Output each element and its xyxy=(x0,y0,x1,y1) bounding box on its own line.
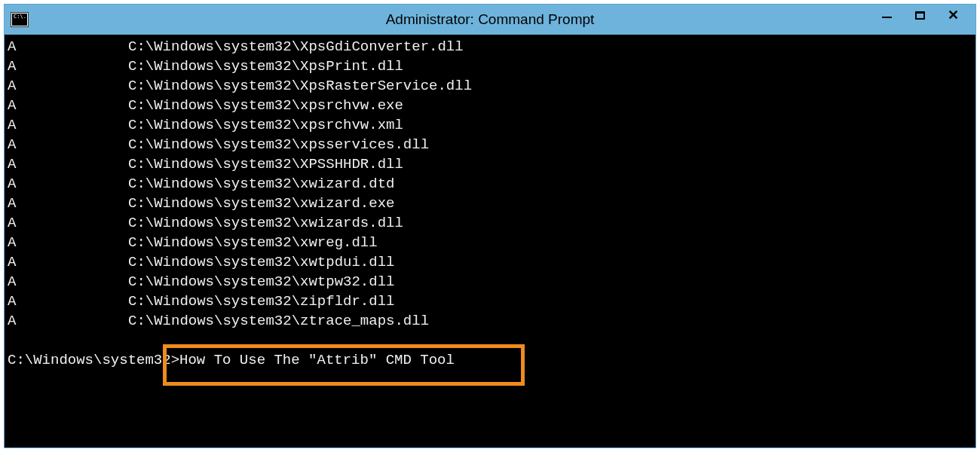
file-path: C:\Windows\system32\XpsRasterService.dll xyxy=(128,78,472,94)
file-attribute: A xyxy=(8,76,128,96)
output-line: AC:\Windows\system32\zipfldr.dll xyxy=(8,292,972,311)
file-attribute: A xyxy=(8,96,128,115)
output-line: AC:\Windows\system32\xwizards.dll xyxy=(8,213,972,233)
window-title: Administrator: Command Prompt xyxy=(386,11,595,28)
file-path: C:\Windows\system32\XpsGdiConverter.dll xyxy=(128,38,464,55)
output-line: AC:\Windows\system32\xpsservices.dll xyxy=(8,135,972,154)
output-line: AC:\Windows\system32\XPSSHHDR.dll xyxy=(8,154,972,174)
file-path: C:\Windows\system32\XPSSHHDR.dll xyxy=(128,156,403,173)
file-attribute: A xyxy=(8,174,128,194)
file-path: C:\Windows\system32\xwreg.dll xyxy=(128,234,378,251)
output-line: AC:\Windows\system32\xpsrchvw.xml xyxy=(8,115,972,135)
file-path: C:\Windows\system32\xwtpdui.dll xyxy=(128,254,394,270)
output-line: AC:\Windows\system32\xwtpdui.dll xyxy=(8,252,972,272)
file-attribute: A xyxy=(8,252,128,272)
maximize-button[interactable] xyxy=(912,8,927,23)
close-icon: ✕ xyxy=(948,8,959,22)
minimize-button[interactable] xyxy=(879,8,894,23)
command-input[interactable]: How To Use The "Attrib" CMD Tool xyxy=(179,352,455,368)
window-controls: ✕ xyxy=(879,5,975,26)
output-line: AC:\Windows\system32\XpsPrint.dll xyxy=(8,56,972,76)
maximize-icon xyxy=(915,11,925,20)
file-attribute: A xyxy=(8,233,128,252)
output-line: AC:\Windows\system32\xwizard.exe xyxy=(8,194,972,213)
output-line: AC:\Windows\system32\ztrace_maps.dll xyxy=(8,311,972,331)
file-path: C:\Windows\system32\xwizards.dll xyxy=(128,215,403,231)
prompt-cwd: C:\Windows\system32> xyxy=(8,352,179,368)
file-attribute: A xyxy=(8,213,128,233)
prompt-line[interactable]: C:\Windows\system32>How To Use The "Attr… xyxy=(8,350,972,370)
file-attribute: A xyxy=(8,311,128,331)
command-prompt-window: C:\. Administrator: Command Prompt ✕ AC:… xyxy=(4,4,976,448)
file-path: C:\Windows\system32\ztrace_maps.dll xyxy=(128,313,429,329)
output-lines: AC:\Windows\system32\XpsGdiConverter.dll… xyxy=(8,37,972,331)
output-line: AC:\Windows\system32\xpsrchvw.exe xyxy=(8,96,972,115)
file-attribute: A xyxy=(8,37,128,56)
file-attribute: A xyxy=(8,292,128,311)
output-line: AC:\Windows\system32\XpsRasterService.dl… xyxy=(8,76,972,96)
output-line: AC:\Windows\system32\XpsGdiConverter.dll xyxy=(8,37,972,56)
file-path: C:\Windows\system32\xpsrchvw.exe xyxy=(128,97,403,114)
cmd-icon: C:\. xyxy=(11,12,29,27)
output-line: AC:\Windows\system32\xwizard.dtd xyxy=(8,174,972,194)
file-path: C:\Windows\system32\XpsPrint.dll xyxy=(128,58,403,75)
file-path: C:\Windows\system32\xpsrchvw.xml xyxy=(128,117,403,133)
file-attribute: A xyxy=(8,56,128,76)
close-button[interactable]: ✕ xyxy=(945,8,960,23)
file-attribute: A xyxy=(8,115,128,135)
file-path: C:\Windows\system32\xwtpw32.dll xyxy=(128,273,394,290)
file-attribute: A xyxy=(8,154,128,174)
file-path: C:\Windows\system32\xpsservices.dll xyxy=(128,136,429,153)
minimize-icon xyxy=(882,17,892,18)
file-path: C:\Windows\system32\xwizard.exe xyxy=(128,195,394,212)
output-line: AC:\Windows\system32\xwreg.dll xyxy=(8,233,972,252)
file-attribute: A xyxy=(8,272,128,292)
output-line: AC:\Windows\system32\xwtpw32.dll xyxy=(8,272,972,292)
file-path: C:\Windows\system32\zipfldr.dll xyxy=(128,293,394,310)
titlebar[interactable]: C:\. Administrator: Command Prompt ✕ xyxy=(5,5,975,35)
file-attribute: A xyxy=(8,135,128,154)
file-path: C:\Windows\system32\xwizard.dtd xyxy=(128,176,394,192)
file-attribute: A xyxy=(8,194,128,213)
terminal-area[interactable]: AC:\Windows\system32\XpsGdiConverter.dll… xyxy=(5,35,975,447)
